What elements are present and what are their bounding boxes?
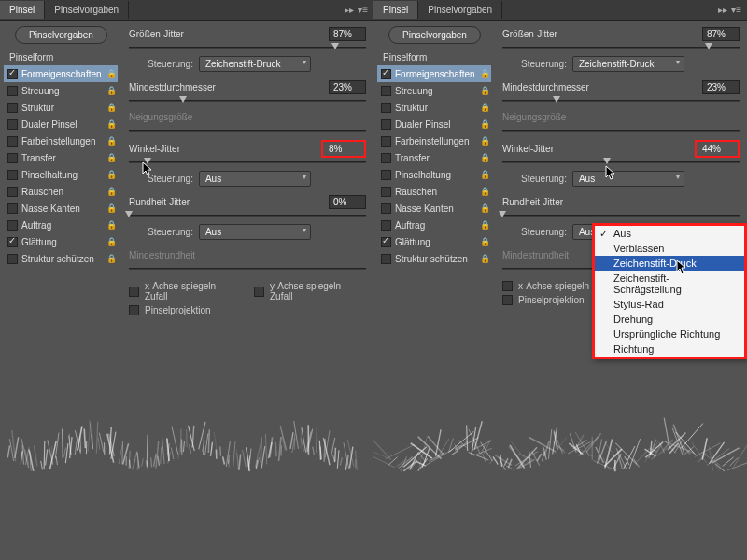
tab-pinselvorgaben[interactable]: Pinselvorgaben — [418, 1, 502, 19]
checkbox-projection[interactable] — [129, 305, 139, 315]
value-min-diameter[interactable]: 23% — [702, 80, 740, 94]
checkbox[interactable] — [381, 237, 391, 247]
svg-line-91 — [239, 455, 241, 470]
sidebar-item[interactable]: Streuung🔒 — [4, 82, 118, 99]
checkbox[interactable] — [381, 187, 391, 197]
sidebar-item[interactable]: Dualer Pinsel🔒 — [4, 116, 118, 133]
menu-item[interactable]: Drehung — [595, 312, 744, 327]
value-round-jitter[interactable]: 0% — [329, 195, 366, 209]
preset-button[interactable]: Pinselvorgaben — [388, 26, 481, 44]
slider-round-jitter[interactable] — [129, 211, 366, 220]
checkbox[interactable] — [7, 203, 18, 214]
value-angle-jitter[interactable]: 8% — [321, 140, 366, 158]
dropdown-angle-control[interactable]: Aus — [199, 171, 311, 187]
checkbox[interactable] — [381, 69, 391, 79]
checkbox-flipx[interactable] — [502, 281, 513, 291]
menu-item[interactable]: Aus — [595, 226, 744, 241]
sidebar-item[interactable]: Struktur🔒 — [4, 99, 118, 116]
menu-item[interactable]: Zeichenstift-Druck — [595, 256, 744, 271]
value-size-jitter[interactable]: 87% — [702, 27, 740, 41]
sidebar-item-label: Streuung — [21, 86, 106, 96]
checkbox[interactable] — [7, 119, 18, 130]
svg-line-61 — [162, 438, 165, 465]
sidebar-item-label: Farbeinstellungen — [21, 136, 106, 147]
menu-item[interactable]: Richtung — [595, 342, 744, 357]
sidebar-item[interactable]: Pinselhaltung🔒 — [4, 166, 118, 183]
sidebar-item[interactable]: Pinselhaltung🔒 — [377, 166, 491, 183]
dropdown-size-control[interactable]: Zeichenstift-Druck — [199, 56, 311, 72]
slider-size-jitter[interactable] — [502, 43, 740, 52]
menu-icon[interactable]: ▾≡ — [731, 5, 741, 15]
sidebar-item[interactable]: Farbeinstellungen🔒 — [377, 133, 491, 149]
slider-round-jitter[interactable] — [502, 211, 740, 220]
sidebar-item[interactable]: Farbeinstellungen🔒 — [4, 133, 118, 149]
tab-pinselvorgaben[interactable]: Pinselvorgaben — [45, 1, 129, 19]
svg-line-253 — [664, 418, 669, 449]
checkbox[interactable] — [7, 237, 18, 247]
collapse-icon[interactable]: ▸▸ — [718, 5, 727, 15]
dropdown-round-control[interactable]: Aus — [199, 224, 311, 240]
tab-pinsel[interactable]: Pinsel — [0, 1, 45, 19]
sidebar-item[interactable]: Nasse Kanten🔒 — [4, 200, 118, 217]
menu-item[interactable]: Ursprüngliche Richtung — [595, 327, 744, 342]
checkbox-flipy[interactable] — [254, 287, 264, 297]
dropdown-size-control[interactable]: Zeichenstift-Druck — [572, 56, 684, 72]
lock-icon: 🔒 — [480, 237, 489, 246]
value-angle-jitter[interactable]: 44% — [695, 140, 740, 158]
collapse-icon[interactable]: ▸▸ — [345, 5, 354, 15]
value-min-diameter[interactable]: 23% — [329, 80, 366, 94]
sidebar-item[interactable]: Nasse Kanten🔒 — [377, 200, 491, 217]
slider-min-diameter[interactable] — [502, 96, 740, 105]
sidebar-item[interactable]: Dualer Pinsel🔒 — [377, 116, 491, 133]
checkbox[interactable] — [381, 203, 391, 214]
sidebar-item[interactable]: Streuung🔒 — [377, 82, 491, 99]
sidebar-item[interactable]: Auftrag🔒 — [4, 217, 118, 233]
checkbox[interactable] — [7, 187, 18, 197]
checkbox[interactable] — [7, 153, 18, 163]
preset-button[interactable]: Pinselvorgaben — [15, 26, 107, 44]
checkbox-flipx[interactable] — [129, 287, 139, 297]
checkbox-projection[interactable] — [502, 295, 513, 305]
menu-item[interactable]: Stylus-Rad — [595, 297, 744, 312]
checkbox[interactable] — [7, 170, 18, 180]
sidebar-item[interactable]: Formeigenschaften🔒 — [377, 65, 491, 82]
menu-item[interactable]: Verblassen — [595, 241, 744, 256]
sidebar-item[interactable]: Struktur🔒 — [377, 99, 491, 116]
tab-pinsel[interactable]: Pinsel — [374, 1, 418, 19]
menu-icon[interactable]: ▾≡ — [358, 5, 368, 15]
slider-angle-jitter[interactable] — [502, 158, 740, 167]
checkbox[interactable] — [381, 170, 391, 180]
sidebar-item[interactable]: Struktur schützen🔒 — [377, 250, 491, 267]
menu-item[interactable]: Zeichenstift-Schrägstellung — [595, 271, 744, 297]
checkbox[interactable] — [7, 103, 18, 113]
checkbox[interactable] — [381, 103, 391, 113]
dropdown-angle-control[interactable]: Aus — [572, 171, 684, 187]
sidebar-item[interactable]: Transfer🔒 — [377, 149, 491, 166]
checkbox[interactable] — [7, 136, 18, 147]
sidebar-item[interactable]: Rauschen🔒 — [4, 183, 118, 200]
sidebar-item[interactable]: Struktur schützen🔒 — [4, 250, 118, 267]
sidebar-item[interactable]: Glättung🔒 — [377, 233, 491, 250]
sidebar-item-label: Rauschen — [395, 187, 480, 197]
checkbox[interactable] — [381, 220, 391, 231]
sidebar-item[interactable]: Transfer🔒 — [4, 149, 118, 166]
checkbox[interactable] — [381, 254, 391, 264]
slider-min-diameter[interactable] — [129, 96, 366, 105]
checkbox[interactable] — [7, 254, 18, 264]
slider-angle-jitter[interactable] — [129, 158, 366, 167]
sidebar-item[interactable]: Formeigenschaften🔒 — [4, 65, 118, 82]
checkbox[interactable] — [7, 220, 18, 231]
value-size-jitter[interactable]: 87% — [329, 27, 366, 41]
checkbox[interactable] — [381, 86, 391, 96]
checkbox[interactable] — [7, 69, 18, 79]
sidebar-item[interactable]: Glättung🔒 — [4, 233, 118, 250]
checkbox[interactable] — [381, 153, 391, 163]
slider-size-jitter[interactable] — [129, 43, 366, 52]
checkbox[interactable] — [381, 119, 391, 130]
checkbox[interactable] — [7, 86, 18, 96]
lock-icon: 🔒 — [480, 86, 489, 95]
checkbox[interactable] — [381, 136, 391, 147]
sidebar-item[interactable]: Auftrag🔒 — [377, 217, 491, 233]
sidebar-item[interactable]: Rauschen🔒 — [377, 183, 491, 200]
svg-line-70 — [183, 441, 184, 452]
